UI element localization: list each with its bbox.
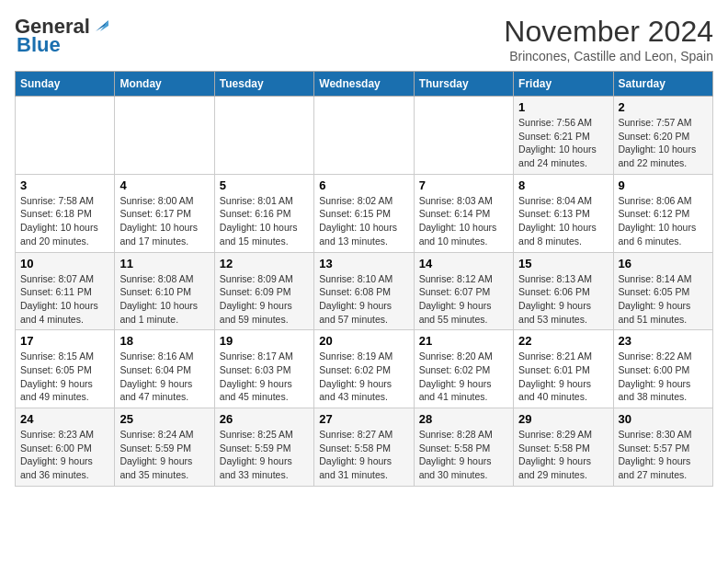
day-cell: 24Sunrise: 8:23 AMSunset: 6:00 PMDayligh… [16, 408, 115, 487]
header-monday: Monday [115, 72, 214, 97]
day-info: Sunrise: 7:58 AMSunset: 6:18 PMDaylight:… [20, 194, 109, 248]
day-info: Sunrise: 8:29 AMSunset: 5:58 PMDaylight:… [518, 428, 608, 482]
header-row: Sunday Monday Tuesday Wednesday Thursday… [16, 72, 713, 97]
day-number: 11 [119, 257, 209, 270]
day-number: 5 [220, 178, 309, 192]
day-info: Sunrise: 8:02 AMSunset: 6:15 PMDaylight:… [319, 194, 408, 248]
day-number: 17 [20, 334, 109, 348]
header-sunday: Sunday [16, 72, 115, 97]
day-info: Sunrise: 8:04 AMSunset: 6:13 PMDaylight:… [518, 194, 608, 248]
month-title: November 2024 [504, 15, 713, 49]
page-header: General Blue November 2024 Brincones, Ca… [15, 15, 713, 63]
day-number: 9 [619, 178, 708, 192]
day-cell: 6Sunrise: 8:02 AMSunset: 6:15 PMDaylight… [314, 174, 414, 252]
day-number: 12 [220, 257, 309, 270]
header-friday: Friday [514, 72, 613, 97]
day-number: 26 [220, 412, 309, 426]
week-row-3: 17Sunrise: 8:15 AMSunset: 6:05 PMDayligh… [16, 330, 713, 408]
calendar-header: Sunday Monday Tuesday Wednesday Thursday… [16, 72, 713, 97]
header-wednesday: Wednesday [314, 72, 414, 97]
day-cell: 26Sunrise: 8:25 AMSunset: 5:59 PMDayligh… [214, 408, 313, 487]
day-cell [314, 97, 414, 175]
day-cell: 19Sunrise: 8:17 AMSunset: 6:03 PMDayligh… [214, 330, 313, 408]
day-cell: 7Sunrise: 8:03 AMSunset: 6:14 PMDaylight… [414, 174, 513, 252]
day-cell: 21Sunrise: 8:20 AMSunset: 6:02 PMDayligh… [414, 330, 513, 408]
day-cell: 17Sunrise: 8:15 AMSunset: 6:05 PMDayligh… [16, 330, 115, 408]
day-cell: 10Sunrise: 8:07 AMSunset: 6:11 PMDayligh… [16, 252, 115, 330]
day-info: Sunrise: 8:30 AMSunset: 5:57 PMDaylight:… [619, 428, 708, 482]
day-cell: 16Sunrise: 8:14 AMSunset: 6:05 PMDayligh… [613, 252, 712, 330]
day-cell: 9Sunrise: 8:06 AMSunset: 6:12 PMDaylight… [613, 174, 712, 252]
day-info: Sunrise: 8:08 AMSunset: 6:10 PMDaylight:… [119, 272, 209, 327]
logo-text-blue: Blue [17, 33, 61, 57]
svg-marker-1 [100, 20, 108, 31]
title-block: November 2024 Brincones, Castille and Le… [504, 15, 713, 63]
subtitle: Brincones, Castille and Leon, Spain [504, 49, 713, 63]
header-thursday: Thursday [414, 72, 513, 97]
header-saturday: Saturday [613, 72, 712, 97]
day-number: 3 [20, 178, 109, 192]
day-info: Sunrise: 8:14 AMSunset: 6:05 PMDaylight:… [619, 272, 708, 327]
header-tuesday: Tuesday [214, 72, 313, 97]
day-number: 15 [518, 257, 608, 270]
day-info: Sunrise: 8:20 AMSunset: 6:02 PMDaylight:… [419, 350, 508, 404]
day-info: Sunrise: 8:17 AMSunset: 6:03 PMDaylight:… [220, 350, 309, 404]
day-number: 6 [319, 178, 408, 192]
day-number: 20 [319, 334, 408, 348]
day-cell: 8Sunrise: 8:04 AMSunset: 6:13 PMDaylight… [514, 174, 613, 252]
day-info: Sunrise: 8:16 AMSunset: 6:04 PMDaylight:… [119, 350, 209, 404]
day-cell: 14Sunrise: 8:12 AMSunset: 6:07 PMDayligh… [414, 252, 513, 330]
day-number: 29 [518, 412, 608, 426]
day-info: Sunrise: 8:00 AMSunset: 6:17 PMDaylight:… [119, 194, 209, 248]
day-number: 27 [319, 412, 408, 426]
day-number: 2 [619, 100, 708, 114]
day-cell: 12Sunrise: 8:09 AMSunset: 6:09 PMDayligh… [214, 252, 313, 330]
day-number: 28 [419, 412, 508, 426]
day-info: Sunrise: 8:03 AMSunset: 6:14 PMDaylight:… [419, 194, 508, 248]
week-row-1: 3Sunrise: 7:58 AMSunset: 6:18 PMDaylight… [16, 174, 713, 252]
day-number: 16 [619, 257, 708, 270]
day-cell: 23Sunrise: 8:22 AMSunset: 6:00 PMDayligh… [613, 330, 712, 408]
day-cell: 13Sunrise: 8:10 AMSunset: 6:08 PMDayligh… [314, 252, 414, 330]
day-cell: 4Sunrise: 8:00 AMSunset: 6:17 PMDaylight… [115, 174, 214, 252]
day-info: Sunrise: 8:28 AMSunset: 5:58 PMDaylight:… [419, 428, 508, 482]
day-info: Sunrise: 8:07 AMSunset: 6:11 PMDaylight:… [20, 272, 109, 327]
week-row-0: 1Sunrise: 7:56 AMSunset: 6:21 PMDaylight… [16, 97, 713, 175]
day-cell [214, 97, 313, 175]
day-cell: 22Sunrise: 8:21 AMSunset: 6:01 PMDayligh… [514, 330, 613, 408]
day-number: 1 [518, 100, 608, 114]
day-number: 30 [619, 412, 708, 426]
day-cell: 5Sunrise: 8:01 AMSunset: 6:16 PMDaylight… [214, 174, 313, 252]
day-cell: 20Sunrise: 8:19 AMSunset: 6:02 PMDayligh… [314, 330, 414, 408]
day-cell: 11Sunrise: 8:08 AMSunset: 6:10 PMDayligh… [115, 252, 214, 330]
day-cell [414, 97, 513, 175]
day-info: Sunrise: 8:21 AMSunset: 6:01 PMDaylight:… [518, 350, 608, 404]
day-number: 21 [419, 334, 508, 348]
calendar-table: Sunday Monday Tuesday Wednesday Thursday… [15, 71, 713, 487]
week-row-4: 24Sunrise: 8:23 AMSunset: 6:00 PMDayligh… [16, 408, 713, 487]
week-row-2: 10Sunrise: 8:07 AMSunset: 6:11 PMDayligh… [16, 252, 713, 330]
day-info: Sunrise: 8:22 AMSunset: 6:00 PMDaylight:… [619, 350, 708, 404]
day-cell [115, 97, 214, 175]
day-info: Sunrise: 8:25 AMSunset: 5:59 PMDaylight:… [220, 428, 309, 482]
day-cell: 18Sunrise: 8:16 AMSunset: 6:04 PMDayligh… [115, 330, 214, 408]
day-info: Sunrise: 8:01 AMSunset: 6:16 PMDaylight:… [220, 194, 309, 248]
day-info: Sunrise: 8:10 AMSunset: 6:08 PMDaylight:… [319, 272, 408, 327]
day-cell: 25Sunrise: 8:24 AMSunset: 5:59 PMDayligh… [115, 408, 214, 487]
day-info: Sunrise: 8:12 AMSunset: 6:07 PMDaylight:… [419, 272, 508, 327]
day-number: 25 [119, 412, 209, 426]
day-info: Sunrise: 8:15 AMSunset: 6:05 PMDaylight:… [20, 350, 109, 404]
day-cell: 29Sunrise: 8:29 AMSunset: 5:58 PMDayligh… [514, 408, 613, 487]
day-number: 22 [518, 334, 608, 348]
logo-icon [92, 18, 108, 35]
day-cell: 1Sunrise: 7:56 AMSunset: 6:21 PMDaylight… [514, 97, 613, 175]
day-number: 19 [220, 334, 309, 348]
day-info: Sunrise: 8:13 AMSunset: 6:06 PMDaylight:… [518, 272, 608, 327]
day-number: 24 [20, 412, 109, 426]
day-cell: 30Sunrise: 8:30 AMSunset: 5:57 PMDayligh… [613, 408, 712, 487]
day-cell [16, 97, 115, 175]
day-info: Sunrise: 7:56 AMSunset: 6:21 PMDaylight:… [518, 116, 608, 170]
day-number: 23 [619, 334, 708, 348]
day-number: 14 [419, 257, 508, 270]
day-info: Sunrise: 8:23 AMSunset: 6:00 PMDaylight:… [20, 428, 109, 482]
